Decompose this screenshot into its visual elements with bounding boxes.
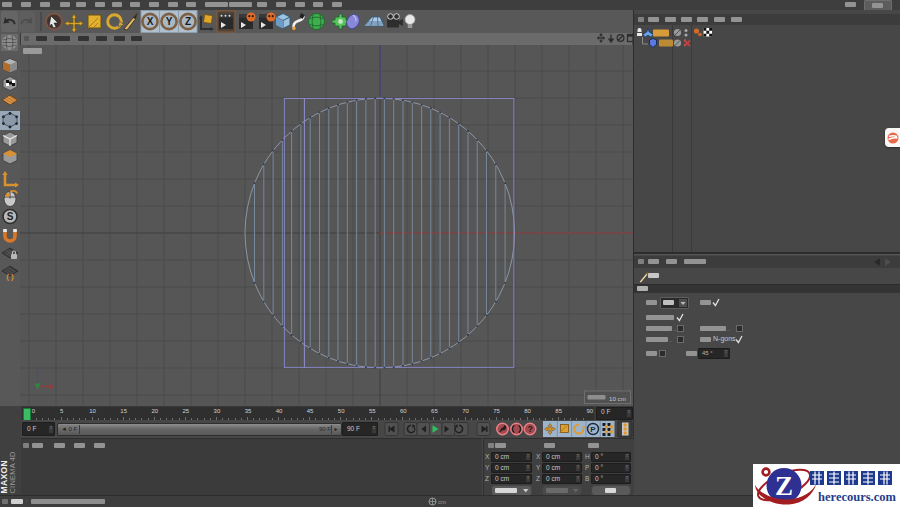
svg-text:herecours.com: herecours.com: [818, 490, 896, 504]
svg-text:P: P: [590, 425, 596, 434]
svg-text:( ): ( ): [6, 272, 14, 281]
svg-text:Z: Z: [185, 16, 191, 27]
svg-text:S: S: [7, 211, 14, 222]
svg-text:10 cm: 10 cm: [609, 395, 626, 402]
svg-text:?: ?: [527, 424, 532, 434]
svg-text:X: X: [147, 16, 154, 27]
svg-text:Y: Y: [166, 16, 173, 27]
svg-text:Z: Z: [775, 471, 793, 501]
svg-text:cm: cm: [438, 499, 446, 505]
